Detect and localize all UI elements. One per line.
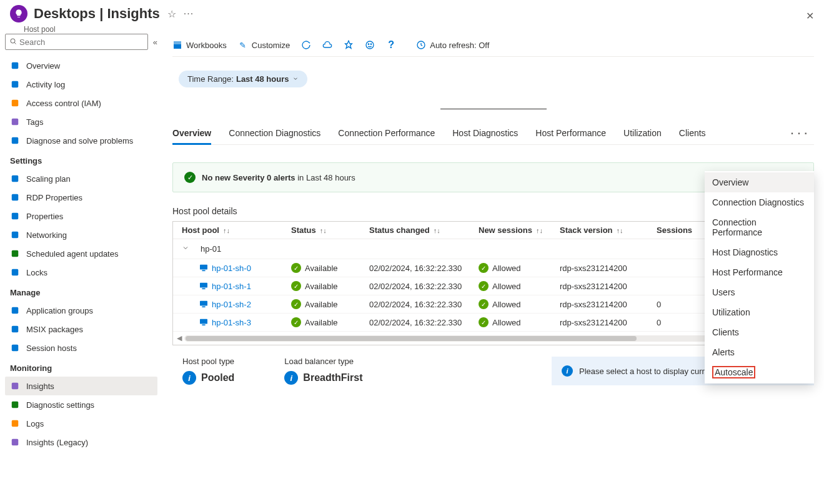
nav-item-label: Diagnostic settings xyxy=(26,400,94,410)
nav-item-icon xyxy=(10,343,20,353)
help-icon[interactable]: ? xyxy=(386,40,396,50)
autorefresh-button[interactable]: Auto refresh: Off xyxy=(416,40,489,50)
sidebar-item-msix-packages[interactable]: MSIX packages xyxy=(5,320,157,338)
sidebar-item-scheduled-agent-updates[interactable]: Scheduled agent updates xyxy=(5,244,157,263)
nav-item-label: Access control (IAM) xyxy=(26,99,101,108)
tab-utilization[interactable]: Utilization xyxy=(623,128,662,144)
time-range-label: Time Range: xyxy=(187,74,234,84)
dropdown-item-clients[interactable]: Clients xyxy=(705,322,814,342)
pin-icon[interactable] xyxy=(344,40,354,50)
insights-bulb-icon xyxy=(10,5,27,22)
sidebar-item-access-control-iam-[interactable]: Access control (IAM) xyxy=(5,94,157,112)
sort-icon[interactable]: ↑↓ xyxy=(223,227,230,234)
nav-item-icon xyxy=(10,136,20,146)
host-link[interactable]: hp-01-sh-3 xyxy=(199,318,291,327)
sidebar-item-diagnose-and-solve-problems[interactable]: Diagnose and solve problems xyxy=(5,131,157,150)
host-link[interactable]: hp-01-sh-0 xyxy=(199,264,291,273)
feedback-icon[interactable] xyxy=(365,40,375,50)
dropdown-item-host-performance[interactable]: Host Performance xyxy=(705,262,814,282)
sidebar-collapse-icon[interactable]: « xyxy=(153,37,157,47)
dropdown-item-alerts[interactable]: Alerts xyxy=(705,342,814,362)
dropdown-item-host-diagnostics[interactable]: Host Diagnostics xyxy=(705,242,814,262)
tab-overview[interactable]: Overview xyxy=(172,128,211,144)
sidebar-item-session-hosts[interactable]: Session hosts xyxy=(5,338,157,357)
dropdown-item-overview[interactable]: Overview xyxy=(705,172,814,192)
tab-connection-performance[interactable]: Connection Performance xyxy=(338,128,435,144)
sort-icon[interactable]: ↑↓ xyxy=(434,227,440,234)
svg-point-0 xyxy=(11,39,15,43)
status-changed: 02/02/2024, 16:32:22.330 xyxy=(369,282,479,291)
nav-item-icon xyxy=(10,79,20,89)
lb-label: Load balancer type xyxy=(284,357,362,366)
sidebar-item-tags[interactable]: Tags xyxy=(5,112,157,131)
sidebar-item-application-groups[interactable]: Application groups xyxy=(5,301,157,320)
newsessions-text: Allowed xyxy=(492,264,521,273)
customize-button[interactable]: ✎ Customize xyxy=(238,40,290,50)
dropdown-item-autoscale[interactable]: Autoscale xyxy=(705,362,814,382)
sidebar-item-scaling-plan[interactable]: Scaling plan xyxy=(5,169,157,188)
tab-connection-diagnostics[interactable]: Connection Diagnostics xyxy=(229,128,320,144)
th-stack[interactable]: Stack version xyxy=(560,225,613,235)
host-link[interactable]: hp-01-sh-2 xyxy=(199,300,291,309)
th-changed[interactable]: Status changed xyxy=(369,225,430,235)
nav-item-label: Networking xyxy=(26,230,67,240)
svg-rect-17 xyxy=(12,402,19,408)
sidebar-item-insights-legacy-[interactable]: Insights (Legacy) xyxy=(5,433,157,452)
workbooks-button[interactable]: Workbooks xyxy=(172,40,227,50)
sidebar-item-networking[interactable]: Networking xyxy=(5,225,157,244)
sort-icon[interactable]: ↑↓ xyxy=(536,227,543,234)
svg-rect-10 xyxy=(12,232,19,239)
tab-host-diagnostics[interactable]: Host Diagnostics xyxy=(452,128,518,144)
cloud-icon[interactable] xyxy=(322,40,332,50)
tab-clients[interactable]: Clients xyxy=(679,128,706,144)
nav-item-label: Insights xyxy=(26,382,54,391)
tab-host-performance[interactable]: Host Performance xyxy=(535,128,606,144)
sort-icon[interactable]: ↑↓ xyxy=(617,227,623,234)
sidebar-item-activity-log[interactable]: Activity log xyxy=(5,75,157,94)
search-input[interactable] xyxy=(19,37,144,47)
time-range-value: Last 48 hours xyxy=(236,74,289,84)
svg-rect-26 xyxy=(202,270,205,271)
header-more-icon[interactable]: ··· xyxy=(184,8,194,19)
check-circle-icon: ✓ xyxy=(291,281,301,291)
scroll-thumb[interactable] xyxy=(186,336,637,341)
time-range-pill[interactable]: Time Range: Last 48 hours xyxy=(179,71,307,87)
search-input-wrap[interactable] xyxy=(5,34,148,50)
customize-label: Customize xyxy=(252,41,290,50)
sidebar-item-overview[interactable]: Overview xyxy=(5,56,157,75)
autorefresh-label: Auto refresh: Off xyxy=(430,41,489,50)
check-circle-icon: ✓ xyxy=(291,263,301,273)
dropdown-item-users[interactable]: Users xyxy=(705,282,814,302)
sidebar-item-rdp-properties[interactable]: RDP Properties xyxy=(5,188,157,207)
check-circle-icon: ✓ xyxy=(479,317,489,327)
dropdown-item-connection-performance[interactable]: Connection Performance xyxy=(705,212,814,242)
th-status[interactable]: Status xyxy=(291,225,316,235)
svg-point-22 xyxy=(366,41,374,49)
scroll-left-icon[interactable]: ◀ xyxy=(177,334,182,342)
check-circle-icon: ✓ xyxy=(291,299,301,309)
nav-item-label: Application groups xyxy=(26,306,93,315)
favorite-star-icon[interactable]: ☆ xyxy=(167,8,176,20)
status-text: Available xyxy=(305,282,338,291)
sort-icon[interactable]: ↑↓ xyxy=(320,227,327,234)
page-title: Desktops | Insights xyxy=(34,6,160,22)
refresh-icon[interactable] xyxy=(301,40,311,50)
status-changed: 02/02/2024, 16:32:22.330 xyxy=(369,264,479,273)
close-icon[interactable]: ✕ xyxy=(806,10,814,22)
th-hostpool[interactable]: Host pool xyxy=(182,225,219,235)
sidebar-item-properties[interactable]: Properties xyxy=(5,207,157,225)
sidebar-item-logs[interactable]: Logs xyxy=(5,414,157,433)
info-circle-icon: i xyxy=(562,365,573,377)
check-circle-icon: ✓ xyxy=(479,281,489,291)
tabs-more-icon[interactable]: · · · xyxy=(785,128,814,144)
th-newsessions[interactable]: New sessions xyxy=(479,225,532,235)
sidebar-item-locks[interactable]: Locks xyxy=(5,263,157,282)
host-link[interactable]: hp-01-sh-1 xyxy=(199,282,291,291)
sidebar-item-diagnostic-settings[interactable]: Diagnostic settings xyxy=(5,395,157,414)
th-sessions[interactable]: Sessions xyxy=(657,225,692,235)
svg-rect-4 xyxy=(12,100,19,107)
sidebar-item-insights[interactable]: Insights xyxy=(5,377,157,395)
dropdown-item-utilization[interactable]: Utilization xyxy=(705,302,814,322)
svg-point-24 xyxy=(371,44,372,44)
dropdown-item-connection-diagnostics[interactable]: Connection Diagnostics xyxy=(705,192,814,212)
